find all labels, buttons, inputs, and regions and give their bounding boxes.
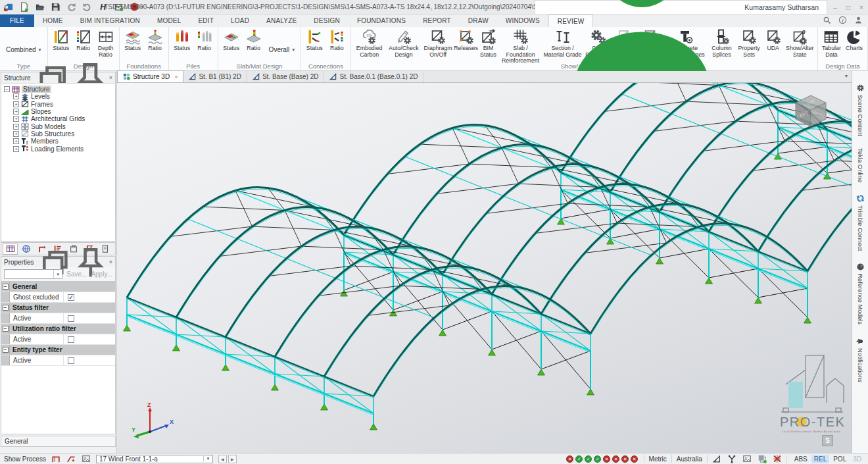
sidebar-tab-tekla-online[interactable]: Tekla Online	[857, 142, 864, 188]
ribbon-button-ratio[interactable]: Ratio	[326, 28, 348, 63]
expand-icon[interactable]: +	[13, 146, 19, 152]
expand-icon[interactable]: +	[13, 116, 19, 122]
ribbon-tab-draw[interactable]: DRAW	[460, 14, 497, 27]
checkbox[interactable]: ✓	[68, 294, 74, 301]
property-set-combo[interactable]: ▾	[4, 269, 62, 279]
ribbon-tab-report[interactable]: REPORT	[414, 14, 460, 27]
ribbon-tab-load[interactable]: LOAD	[222, 14, 258, 27]
undo-icon[interactable]	[66, 2, 76, 12]
ribbon-button-uda[interactable]: UDA	[762, 28, 784, 63]
close-tab-icon[interactable]: ×	[174, 74, 178, 80]
sidebar-tab-trimble-connect[interactable]: Trimble Connect	[856, 188, 865, 257]
view-image-icon[interactable]	[742, 454, 752, 463]
ribbon-button-charts[interactable]: Charts	[843, 28, 865, 63]
minimize-button[interactable]: –	[829, 0, 842, 14]
image-icon[interactable]	[82, 454, 91, 463]
ribbon-button-status[interactable]: Status	[50, 28, 72, 63]
ribbon-tab-model[interactable]: MODEL	[149, 14, 190, 27]
tree-item-sub-models[interactable]: +Sub Models	[13, 122, 115, 130]
tree-item-sub-structures[interactable]: +Sub Structures	[13, 130, 115, 138]
status-indicator-7[interactable]: ✕	[621, 455, 629, 463]
view-tab-structure-3d[interactable]: Structure 3D×	[117, 70, 183, 82]
next-loadcase-button[interactable]: ▶	[228, 455, 237, 463]
sidebar-tab-notifications[interactable]: Notifications	[856, 331, 865, 388]
ribbon-tab-foundations[interactable]: FOUNDATIONS	[349, 14, 414, 27]
property-row-active[interactable]: Active	[1, 355, 115, 366]
status-indicator-2[interactable]: ✓	[575, 455, 583, 463]
ribbon-button-ratio[interactable]: Ratio	[144, 28, 166, 63]
property-row-active[interactable]: Active	[1, 334, 115, 345]
tree-item-slopes[interactable]: +Slopes	[13, 108, 115, 115]
maximize-button[interactable]: □	[842, 0, 855, 14]
ribbon-button-tabular-data[interactable]: Tabular Data	[820, 28, 843, 63]
ribbon-button-slab-foundation-reinforcement[interactable]: Slab / Foundation Reinforcement	[500, 28, 542, 63]
mode-pol[interactable]: POL	[831, 455, 849, 463]
status-indicator-6[interactable]: ✕	[612, 455, 619, 463]
ribbon-button-status[interactable]: Status	[122, 28, 144, 63]
redo-icon[interactable]	[82, 2, 92, 12]
selection-badge[interactable]: S	[822, 435, 833, 446]
mode-3d[interactable]: 3D	[850, 455, 864, 463]
tree-item-structure[interactable]: −Structure	[4, 86, 115, 93]
view-tab-st-base-base-2d[interactable]: St. Base (Base) 2D	[247, 70, 325, 82]
save-button[interactable]: Save...	[66, 271, 87, 278]
collapse-icon[interactable]: −	[3, 284, 9, 290]
sidebar-tab-reference-models[interactable]: Reference Models	[856, 257, 865, 330]
package-icon[interactable]	[114, 2, 124, 12]
ribbon-tab-edit[interactable]: EDIT	[189, 14, 222, 27]
checkbox[interactable]	[68, 357, 74, 364]
new-file-icon[interactable]	[19, 2, 29, 12]
view-tab-st-base-0-1-base-0-1-2d[interactable]: St. Base.0.1 (Base.0.1) 2D	[324, 70, 423, 82]
expand-icon[interactable]: +	[13, 109, 19, 115]
mode-abs[interactable]: ABS	[792, 455, 810, 463]
ribbon-button-ratio[interactable]: Ratio	[193, 28, 216, 63]
ribbon-button-ratio[interactable]: Ratio	[243, 28, 265, 63]
sidebar-tab-scene-content[interactable]: Scene Content	[856, 78, 865, 142]
collapse-icon[interactable]: −	[3, 305, 9, 311]
drafting-icon[interactable]	[712, 454, 721, 463]
save-icon[interactable]	[51, 2, 60, 12]
expand-icon[interactable]: +	[13, 131, 19, 137]
prev-loadcase-button[interactable]: ◀	[218, 455, 227, 463]
tree-item-loading-elements[interactable]: +Loading Elements	[13, 145, 115, 152]
mode-rel[interactable]: REL	[811, 455, 829, 463]
expand-icon[interactable]: +	[13, 93, 19, 99]
ribbon-tab-home[interactable]: HOME	[34, 14, 72, 27]
ribbon-button-bim-status[interactable]: BIM Status	[477, 28, 500, 63]
qat-overflow-icon[interactable]: ▾	[141, 4, 143, 10]
ribbon-tab-windows[interactable]: WINDOWS	[497, 14, 548, 27]
region-label[interactable]: Australia	[677, 455, 702, 463]
frame-edit-icon[interactable]	[66, 454, 76, 463]
status-indicator-8[interactable]: ✕	[631, 455, 638, 463]
ribbon-button-show-alter-state[interactable]: 0Show/Alter State	[784, 28, 815, 63]
validate-icon[interactable]: H	[98, 2, 108, 12]
combo-caret-icon[interactable]: ▾	[53, 270, 62, 278]
tree-item-architectural-grids[interactable]: +Architectural Grids	[13, 115, 115, 122]
structure-3d-model[interactable]	[117, 83, 852, 453]
show-process-button[interactable]: Show Process	[4, 455, 46, 463]
status-indicator-3[interactable]: ✓	[585, 455, 592, 463]
ribbon-button-embodied-carbon[interactable]: co2Embodied Carbon	[352, 28, 386, 63]
expand-icon[interactable]: +	[13, 124, 19, 130]
view-cube[interactable]: TOP LEFT FRONT	[790, 92, 832, 134]
status-indicator-5[interactable]: ✕	[603, 455, 610, 463]
close-button[interactable]: ×	[855, 0, 868, 14]
layers-icon[interactable]	[758, 454, 767, 463]
ribbon-button-status[interactable]: Status	[220, 28, 243, 63]
property-row-ghost-excluded[interactable]: Ghost excluded✓	[1, 292, 115, 303]
ribbon-tab-analyze[interactable]: ANALYZE	[258, 14, 305, 27]
ribbon-tab-review[interactable]: REVIEW	[548, 14, 594, 27]
structure-panel-tab[interactable]	[3, 244, 18, 255]
account-icon[interactable]	[854, 16, 863, 24]
ribbon-tab-bim-integration[interactable]: BIM INTEGRATION	[72, 14, 149, 27]
apply-button[interactable]: Apply...	[91, 271, 112, 278]
ribbon-button-releases[interactable]: Releases	[455, 28, 477, 63]
close-panel-icon[interactable]: ×	[109, 74, 112, 81]
help-icon[interactable]: i	[838, 16, 847, 24]
property-row-active[interactable]: Active	[1, 313, 115, 324]
ribbon-button-auto-check-design[interactable]: Auto/Check Design	[386, 28, 422, 63]
units-label[interactable]: Metric	[649, 455, 667, 463]
node-snap-icon[interactable]	[727, 454, 736, 463]
collapse-icon[interactable]: −	[3, 326, 9, 332]
globe-panel-tab[interactable]	[18, 244, 34, 255]
